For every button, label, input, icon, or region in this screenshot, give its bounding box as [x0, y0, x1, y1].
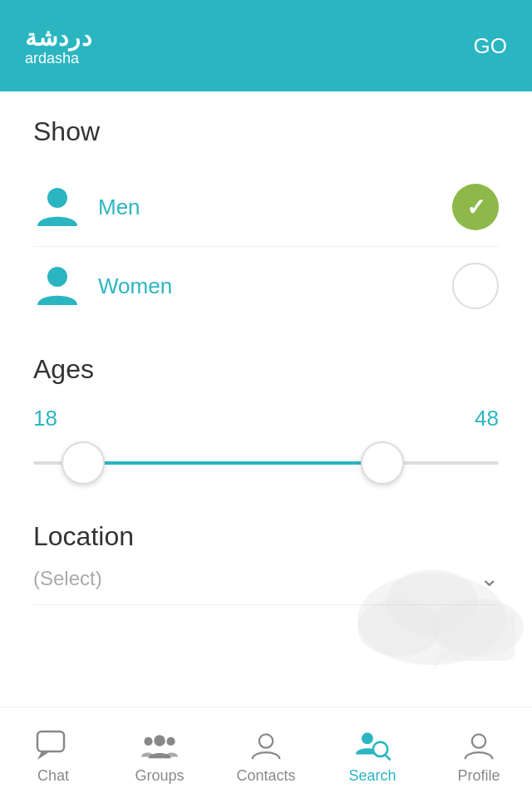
men-toggle[interactable]: ✓: [452, 184, 499, 230]
slider-thumb-min[interactable]: [62, 441, 105, 485]
svg-point-12: [166, 737, 175, 746]
logo-latin-text: ardasha: [25, 50, 79, 67]
chat-nav-icon: [35, 729, 71, 762]
men-icon: [33, 183, 81, 231]
ages-section: Ages 18 48: [33, 354, 499, 488]
age-slider[interactable]: [33, 438, 499, 488]
location-placeholder: (Select): [33, 567, 102, 590]
svg-marker-9: [37, 751, 50, 760]
profile-nav-icon: [461, 729, 497, 762]
age-min-value: 18: [33, 406, 57, 431]
svg-line-16: [386, 755, 391, 760]
svg-point-13: [259, 734, 273, 747]
svg-point-15: [373, 742, 387, 756]
men-option-row[interactable]: Men ✓: [33, 168, 499, 246]
age-max-value: 48: [475, 406, 499, 431]
search-nav-icon: [354, 729, 391, 762]
slider-fill: [83, 461, 382, 465]
women-icon: [33, 262, 81, 310]
svg-point-1: [47, 267, 67, 287]
cloud-decoration: [349, 544, 532, 677]
svg-point-14: [362, 732, 373, 744]
contacts-nav-label: Contacts: [236, 767, 295, 785]
women-toggle[interactable]: [452, 263, 499, 309]
men-label: Men: [98, 195, 140, 220]
svg-point-17: [472, 734, 485, 747]
ages-title: Ages: [33, 354, 499, 385]
svg-point-10: [154, 735, 165, 746]
nav-item-chat[interactable]: Chat: [0, 721, 106, 785]
app-logo: دردشة ardasha: [25, 24, 92, 67]
groups-nav-label: Groups: [135, 767, 184, 785]
women-label: Women: [98, 273, 172, 299]
bottom-navigation: Chat Groups Contacts Search: [0, 707, 532, 798]
show-title: Show: [33, 116, 499, 147]
svg-point-0: [47, 188, 67, 208]
women-option-left: Women: [33, 262, 172, 310]
logo-arabic-text: دردشة: [25, 24, 92, 52]
nav-item-contacts[interactable]: Contacts: [213, 721, 319, 785]
groups-nav-icon: [141, 729, 178, 762]
svg-rect-8: [37, 732, 64, 751]
chat-nav-label: Chat: [37, 767, 69, 785]
men-option-left: Men: [33, 183, 140, 231]
app-header: دردشة ardasha GO: [0, 0, 532, 91]
women-option-row[interactable]: Women: [33, 247, 499, 325]
slider-thumb-max[interactable]: [361, 441, 404, 485]
profile-nav-label: Profile: [457, 767, 500, 785]
nav-item-search[interactable]: Search: [319, 721, 426, 785]
go-button[interactable]: GO: [474, 33, 507, 59]
nav-item-groups[interactable]: Groups: [106, 721, 213, 785]
contacts-nav-icon: [248, 729, 284, 762]
checkmark-icon: ✓: [466, 194, 485, 221]
age-values-row: 18 48: [33, 406, 499, 431]
svg-point-11: [144, 737, 152, 746]
show-section: Show Men ✓ Women: [33, 116, 499, 325]
search-nav-label: Search: [348, 767, 396, 785]
nav-item-profile[interactable]: Profile: [426, 721, 532, 785]
